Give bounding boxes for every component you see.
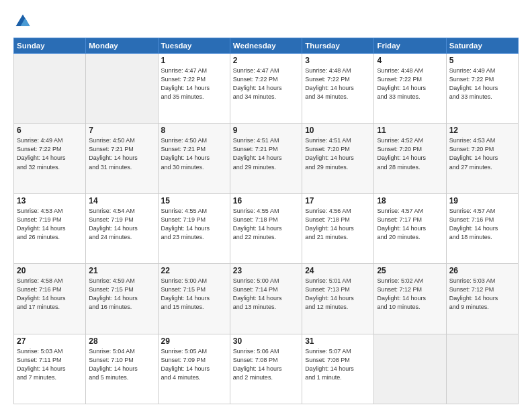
day-info: Sunrise: 4:51 AM Sunset: 7:20 PM Dayligh… (305, 136, 371, 171)
calendar-cell: 8Sunrise: 4:50 AM Sunset: 7:21 PM Daylig… (158, 124, 230, 193)
day-info: Sunrise: 5:02 AM Sunset: 7:12 PM Dayligh… (377, 277, 443, 312)
calendar-week-row: 27Sunrise: 5:03 AM Sunset: 7:11 PM Dayli… (14, 334, 519, 404)
day-number: 11 (377, 126, 443, 135)
day-info: Sunrise: 5:00 AM Sunset: 7:15 PM Dayligh… (161, 277, 227, 312)
day-number: 30 (233, 336, 299, 346)
day-info: Sunrise: 5:01 AM Sunset: 7:13 PM Dayligh… (305, 277, 371, 312)
day-info: Sunrise: 4:55 AM Sunset: 7:19 PM Dayligh… (161, 207, 227, 242)
calendar-cell: 9Sunrise: 4:51 AM Sunset: 7:21 PM Daylig… (230, 124, 302, 193)
day-number: 19 (449, 196, 515, 205)
day-number: 16 (233, 196, 299, 205)
day-info: Sunrise: 5:03 AM Sunset: 7:12 PM Dayligh… (449, 277, 515, 312)
weekday-header: Monday (86, 38, 158, 54)
calendar-cell: 4Sunrise: 4:48 AM Sunset: 7:22 PM Daylig… (374, 54, 446, 124)
day-info: Sunrise: 4:57 AM Sunset: 7:17 PM Dayligh… (377, 207, 443, 242)
calendar-week-row: 6Sunrise: 4:49 AM Sunset: 7:22 PM Daylig… (14, 124, 519, 193)
calendar-cell: 21Sunrise: 4:59 AM Sunset: 7:15 PM Dayli… (86, 264, 158, 334)
calendar-cell: 22Sunrise: 5:00 AM Sunset: 7:15 PM Dayli… (158, 264, 230, 334)
day-info: Sunrise: 5:00 AM Sunset: 7:14 PM Dayligh… (233, 277, 299, 312)
day-info: Sunrise: 4:47 AM Sunset: 7:22 PM Dayligh… (233, 66, 299, 101)
calendar-cell: 16Sunrise: 4:55 AM Sunset: 7:18 PM Dayli… (230, 193, 302, 263)
day-info: Sunrise: 4:57 AM Sunset: 7:16 PM Dayligh… (449, 207, 515, 242)
day-info: Sunrise: 5:04 AM Sunset: 7:10 PM Dayligh… (89, 347, 154, 382)
calendar-cell: 15Sunrise: 4:55 AM Sunset: 7:19 PM Dayli… (158, 193, 230, 263)
day-number: 21 (89, 266, 154, 275)
day-number: 1 (161, 56, 227, 65)
day-number: 28 (89, 336, 154, 346)
day-info: Sunrise: 4:56 AM Sunset: 7:18 PM Dayligh… (305, 207, 371, 242)
logo (13, 12, 35, 31)
calendar-cell: 20Sunrise: 4:58 AM Sunset: 7:16 PM Dayli… (14, 264, 86, 334)
calendar-header-row: SundayMondayTuesdayWednesdayThursdayFrid… (14, 38, 519, 54)
day-number: 10 (305, 126, 371, 135)
day-number: 3 (305, 56, 371, 65)
calendar-cell: 26Sunrise: 5:03 AM Sunset: 7:12 PM Dayli… (446, 264, 518, 334)
day-info: Sunrise: 4:54 AM Sunset: 7:19 PM Dayligh… (89, 207, 154, 242)
calendar-cell: 14Sunrise: 4:54 AM Sunset: 7:19 PM Dayli… (86, 193, 158, 263)
day-info: Sunrise: 4:50 AM Sunset: 7:21 PM Dayligh… (89, 136, 154, 171)
calendar-cell: 1Sunrise: 4:47 AM Sunset: 7:22 PM Daylig… (158, 54, 230, 124)
weekday-header: Tuesday (158, 38, 230, 54)
day-number: 29 (161, 336, 227, 346)
calendar-week-row: 20Sunrise: 4:58 AM Sunset: 7:16 PM Dayli… (14, 264, 519, 334)
calendar-cell: 3Sunrise: 4:48 AM Sunset: 7:22 PM Daylig… (302, 54, 374, 124)
calendar-cell: 23Sunrise: 5:00 AM Sunset: 7:14 PM Dayli… (230, 264, 302, 334)
day-number: 15 (161, 196, 227, 205)
day-number: 27 (17, 336, 83, 346)
day-number: 2 (233, 56, 299, 65)
header (13, 12, 519, 31)
day-number: 13 (17, 196, 83, 205)
calendar-cell: 12Sunrise: 4:53 AM Sunset: 7:20 PM Dayli… (446, 124, 518, 193)
weekday-header: Saturday (446, 38, 518, 54)
weekday-header: Friday (374, 38, 446, 54)
day-info: Sunrise: 5:07 AM Sunset: 7:08 PM Dayligh… (305, 347, 371, 382)
calendar-cell: 5Sunrise: 4:49 AM Sunset: 7:22 PM Daylig… (446, 54, 518, 124)
day-info: Sunrise: 4:48 AM Sunset: 7:22 PM Dayligh… (377, 66, 443, 101)
calendar-cell: 31Sunrise: 5:07 AM Sunset: 7:08 PM Dayli… (302, 334, 374, 404)
calendar-week-row: 13Sunrise: 4:53 AM Sunset: 7:19 PM Dayli… (14, 193, 519, 263)
day-info: Sunrise: 4:52 AM Sunset: 7:20 PM Dayligh… (377, 136, 443, 171)
calendar-cell: 25Sunrise: 5:02 AM Sunset: 7:12 PM Dayli… (374, 264, 446, 334)
weekday-header: Wednesday (230, 38, 302, 54)
day-number: 25 (377, 266, 443, 275)
day-info: Sunrise: 4:58 AM Sunset: 7:16 PM Dayligh… (17, 277, 83, 312)
day-number: 22 (161, 266, 227, 275)
calendar-cell: 2Sunrise: 4:47 AM Sunset: 7:22 PM Daylig… (230, 54, 302, 124)
day-info: Sunrise: 4:49 AM Sunset: 7:22 PM Dayligh… (17, 136, 83, 171)
calendar-cell: 19Sunrise: 4:57 AM Sunset: 7:16 PM Dayli… (446, 193, 518, 263)
day-number: 20 (17, 266, 83, 275)
weekday-header: Sunday (14, 38, 86, 54)
day-info: Sunrise: 4:55 AM Sunset: 7:18 PM Dayligh… (233, 207, 299, 242)
day-number: 12 (449, 126, 515, 135)
calendar-cell: 30Sunrise: 5:06 AM Sunset: 7:08 PM Dayli… (230, 334, 302, 404)
day-info: Sunrise: 5:03 AM Sunset: 7:11 PM Dayligh… (17, 347, 83, 382)
day-number: 9 (233, 126, 299, 135)
day-number: 23 (233, 266, 299, 275)
day-number: 31 (305, 336, 371, 346)
calendar-cell (374, 334, 446, 404)
calendar-cell: 27Sunrise: 5:03 AM Sunset: 7:11 PM Dayli… (14, 334, 86, 404)
calendar-cell: 24Sunrise: 5:01 AM Sunset: 7:13 PM Dayli… (302, 264, 374, 334)
weekday-header: Thursday (302, 38, 374, 54)
calendar-cell (86, 54, 158, 124)
day-info: Sunrise: 4:59 AM Sunset: 7:15 PM Dayligh… (89, 277, 154, 312)
day-info: Sunrise: 4:53 AM Sunset: 7:19 PM Dayligh… (17, 207, 83, 242)
calendar-cell: 10Sunrise: 4:51 AM Sunset: 7:20 PM Dayli… (302, 124, 374, 193)
day-info: Sunrise: 4:50 AM Sunset: 7:21 PM Dayligh… (161, 136, 227, 171)
day-info: Sunrise: 4:53 AM Sunset: 7:20 PM Dayligh… (449, 136, 515, 171)
calendar-cell: 6Sunrise: 4:49 AM Sunset: 7:22 PM Daylig… (14, 124, 86, 193)
logo-icon (13, 12, 32, 31)
day-number: 24 (305, 266, 371, 275)
day-info: Sunrise: 4:49 AM Sunset: 7:22 PM Dayligh… (449, 66, 515, 101)
day-info: Sunrise: 4:47 AM Sunset: 7:22 PM Dayligh… (161, 66, 227, 101)
day-info: Sunrise: 5:06 AM Sunset: 7:08 PM Dayligh… (233, 347, 299, 382)
calendar-cell: 7Sunrise: 4:50 AM Sunset: 7:21 PM Daylig… (86, 124, 158, 193)
day-number: 18 (377, 196, 443, 205)
calendar-cell: 13Sunrise: 4:53 AM Sunset: 7:19 PM Dayli… (14, 193, 86, 263)
day-number: 14 (89, 196, 154, 205)
calendar-cell: 17Sunrise: 4:56 AM Sunset: 7:18 PM Dayli… (302, 193, 374, 263)
day-number: 26 (449, 266, 515, 275)
day-number: 4 (377, 56, 443, 65)
day-number: 5 (449, 56, 515, 65)
day-number: 7 (89, 126, 154, 135)
